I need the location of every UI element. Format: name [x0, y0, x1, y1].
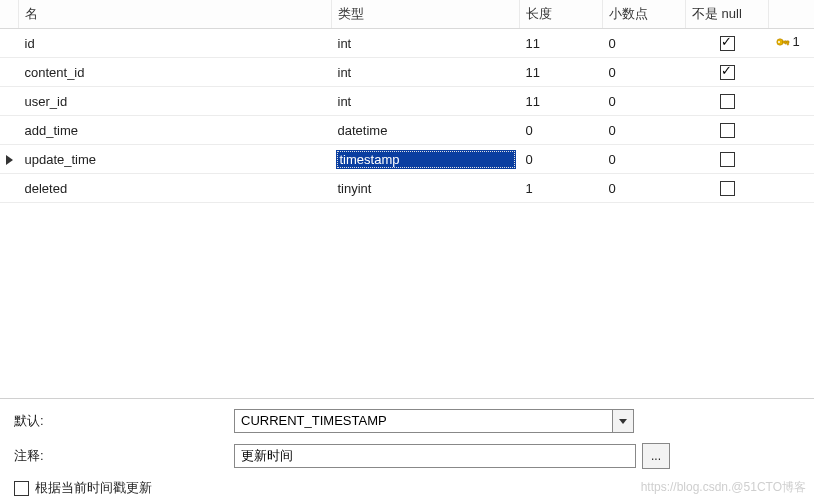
primary-key-icon: 1	[775, 34, 800, 50]
table-row[interactable]: content_idint110	[0, 58, 814, 87]
header-notnull[interactable]: 不是 null	[686, 0, 769, 29]
svg-rect-2	[787, 41, 789, 45]
notnull-checkbox[interactable]	[720, 152, 735, 167]
cell-notnull[interactable]	[686, 116, 769, 145]
header-decimals[interactable]: 小数点	[603, 0, 686, 29]
cell-name[interactable]: id	[19, 29, 332, 58]
cell-decimals[interactable]: 0	[603, 29, 686, 58]
cell-decimals[interactable]: 0	[603, 87, 686, 116]
cell-type-editing[interactable]: timestamp	[336, 150, 516, 169]
cell-decimals[interactable]: 0	[603, 116, 686, 145]
cell-type[interactable]: int	[332, 58, 520, 87]
on-update-label: 根据当前时间戳更新	[35, 479, 152, 497]
field-properties-panel: 默认: 注释: ... 根据当前时间戳更新	[0, 399, 814, 500]
default-value-input[interactable]	[234, 409, 612, 433]
svg-rect-3	[784, 41, 785, 44]
notnull-checkbox[interactable]	[720, 94, 735, 109]
comment-input[interactable]	[234, 444, 636, 468]
cell-decimals[interactable]: 0	[603, 145, 686, 174]
header-type[interactable]: 类型	[332, 0, 520, 29]
row-indicator-icon	[6, 155, 13, 165]
cell-length[interactable]: 11	[520, 58, 603, 87]
cell-notnull[interactable]	[686, 29, 769, 58]
notnull-checkbox[interactable]	[720, 65, 735, 80]
cell-key[interactable]: 1	[769, 29, 815, 58]
notnull-checkbox[interactable]	[720, 36, 735, 51]
notnull-checkbox[interactable]	[720, 181, 735, 196]
cell-type[interactable]: datetime	[332, 116, 520, 145]
cell-decimals[interactable]: 0	[603, 174, 686, 203]
cell-notnull[interactable]	[686, 87, 769, 116]
ellipsis-icon: ...	[651, 449, 661, 463]
cell-notnull[interactable]	[686, 58, 769, 87]
svg-point-4	[778, 41, 780, 43]
on-update-checkbox[interactable]	[14, 481, 29, 496]
notnull-checkbox[interactable]	[720, 123, 735, 138]
cell-notnull[interactable]	[686, 174, 769, 203]
default-dropdown-button[interactable]	[612, 409, 634, 433]
cell-length[interactable]: 0	[520, 145, 603, 174]
default-label: 默认:	[14, 412, 234, 430]
cell-type[interactable]: int	[332, 87, 520, 116]
cell-key[interactable]	[769, 87, 815, 116]
primary-key-index: 1	[793, 34, 800, 49]
cell-key[interactable]	[769, 174, 815, 203]
table-row[interactable]: idint1101	[0, 29, 814, 58]
cell-name[interactable]: user_id	[19, 87, 332, 116]
comment-label: 注释:	[14, 447, 234, 465]
table-row[interactable]: deletedtinyint10	[0, 174, 814, 203]
header-length[interactable]: 长度	[520, 0, 603, 29]
fields-table[interactable]: 名 类型 长度 小数点 不是 null idint1101content_idi…	[0, 0, 814, 203]
table-row[interactable]: update_timetimestamp00	[0, 145, 814, 174]
cell-type[interactable]: int	[332, 29, 520, 58]
cell-length[interactable]: 11	[520, 87, 603, 116]
cell-decimals[interactable]: 0	[603, 58, 686, 87]
table-row[interactable]: user_idint110	[0, 87, 814, 116]
cell-length[interactable]: 0	[520, 116, 603, 145]
cell-key[interactable]	[769, 58, 815, 87]
cell-length[interactable]: 1	[520, 174, 603, 203]
header-name[interactable]: 名	[19, 0, 332, 29]
cell-name[interactable]: deleted	[19, 174, 332, 203]
cell-key[interactable]	[769, 116, 815, 145]
header-row: 名 类型 长度 小数点 不是 null	[0, 0, 814, 29]
chevron-down-icon	[619, 419, 627, 424]
table-empty-area	[0, 203, 814, 399]
table-row[interactable]: add_timedatetime00	[0, 116, 814, 145]
default-value-combo[interactable]	[234, 409, 634, 433]
cell-name[interactable]: content_id	[19, 58, 332, 87]
cell-type[interactable]: tinyint	[332, 174, 520, 203]
cell-notnull[interactable]	[686, 145, 769, 174]
cell-key[interactable]	[769, 145, 815, 174]
cell-name[interactable]: add_time	[19, 116, 332, 145]
cell-name[interactable]: update_time	[19, 145, 332, 174]
cell-type[interactable]: timestamp	[332, 145, 520, 174]
cell-length[interactable]: 11	[520, 29, 603, 58]
comment-browse-button[interactable]: ...	[642, 443, 670, 469]
